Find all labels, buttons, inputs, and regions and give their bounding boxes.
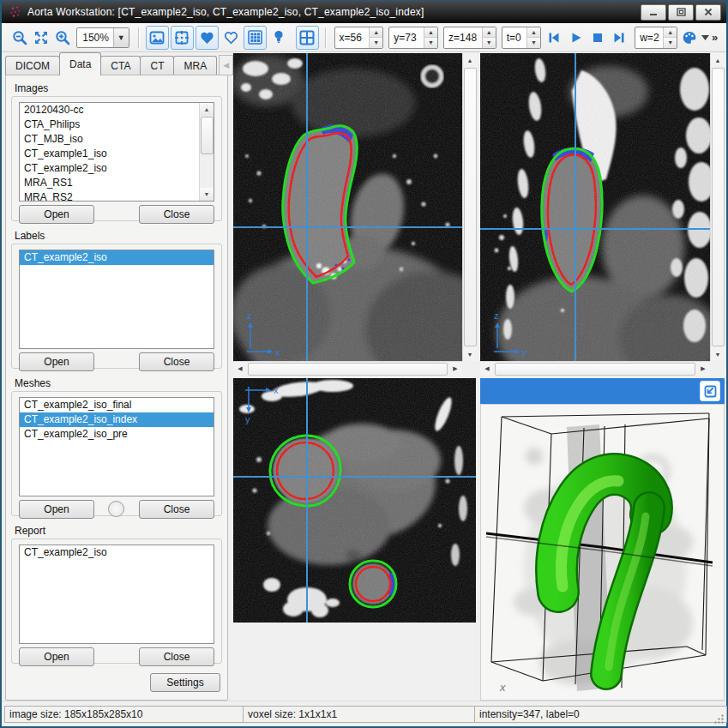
view3d-viewport[interactable]: x [480, 404, 725, 701]
meshes-list[interactable]: CT_example2_iso_final CT_example2_iso_in… [19, 397, 214, 496]
y-coordinate-spinbox[interactable]: y=73 ▲▼ [388, 27, 438, 49]
maximize-button[interactable] [668, 4, 694, 21]
resize-grip[interactable] [713, 713, 725, 725]
palette-dropdown-caret-icon [701, 35, 709, 40]
scroll-up-icon[interactable]: ▲ [711, 53, 725, 67]
play-button[interactable] [566, 27, 586, 48]
x-up-arrow[interactable]: ▲ [370, 27, 382, 39]
list-item[interactable]: CT_example2_iso_pre [20, 427, 214, 442]
tab-scroll-left-icon[interactable]: ◀ [220, 56, 232, 75]
scroll-up-icon[interactable]: ▲ [200, 103, 214, 116]
crosshair-toggle-button[interactable] [171, 26, 194, 50]
z-up-arrow[interactable]: ▲ [483, 27, 496, 39]
coronal-viewport[interactable]: z x [233, 53, 462, 361]
grid-2x2-icon [299, 30, 315, 45]
close-button[interactable] [695, 4, 721, 21]
w-down-arrow[interactable]: ▼ [664, 38, 677, 48]
list-item[interactable]: MRA_RS1 [20, 176, 214, 190]
list-item[interactable]: CTA_Philips [20, 117, 214, 132]
t-coordinate-spinbox[interactable]: t=0 ▲▼ [502, 27, 541, 49]
tab-data[interactable]: Data [59, 52, 101, 75]
mesh-overlay-toggle-button[interactable] [220, 27, 242, 49]
scrollbar-thumb[interactable] [464, 68, 477, 346]
tab-ct[interactable]: CT [140, 56, 174, 75]
report-list[interactable]: CT_example2_iso [19, 544, 214, 644]
w-up-arrow[interactable]: ▲ [664, 27, 677, 39]
stop-icon [591, 31, 605, 45]
meshes-open-button[interactable]: Open [19, 500, 94, 519]
list-item[interactable]: MRA_RS2 [20, 190, 214, 202]
labels-list[interactable]: CT_example2_iso [19, 250, 214, 349]
label-overlay-toggle-button[interactable] [196, 26, 219, 50]
x-coordinate-spinbox[interactable]: x=56 ▲▼ [334, 27, 384, 49]
scroll-right-icon[interactable]: ▶ [448, 362, 462, 376]
viewport-layout-button[interactable] [296, 26, 319, 50]
scroll-right-icon[interactable]: ▶ [696, 362, 710, 376]
t-down-arrow[interactable]: ▼ [527, 38, 540, 48]
list-item[interactable]: CT_MJB_iso [20, 132, 214, 147]
list-item[interactable]: CT_example2_iso [20, 545, 214, 560]
y-up-arrow[interactable]: ▲ [424, 27, 437, 39]
labels-close-button[interactable]: Close [139, 352, 214, 371]
settings-button[interactable]: Settings [150, 673, 220, 692]
scrollbar-thumb[interactable] [712, 68, 725, 346]
scroll-down-icon[interactable]: ▼ [200, 188, 214, 201]
meshes-close-button[interactable]: Close [139, 500, 214, 519]
sagittal-viewport[interactable]: z y [480, 53, 710, 361]
zoom-level-dropdown-button[interactable]: ▼ [113, 28, 129, 47]
title-bar[interactable]: Aorta Workstation: [CT_example2_iso, CT_… [2, 1, 726, 23]
scroll-left-icon[interactable]: ◀ [233, 362, 247, 376]
tab-cta[interactable]: CTA [100, 56, 141, 75]
tab-dicom[interactable]: DICOM [5, 56, 60, 75]
z-down-arrow[interactable]: ▼ [483, 38, 496, 48]
images-close-button[interactable]: Close [139, 205, 214, 224]
scrollbar-thumb[interactable] [248, 363, 448, 376]
sagittal-vertical-scrollbar[interactable]: ▲ ▼ [710, 53, 725, 361]
palette-button[interactable] [681, 27, 711, 48]
images-open-button[interactable]: Open [19, 205, 94, 224]
toolbar-overflow-button[interactable]: » [712, 31, 718, 44]
report-close-button[interactable]: Close [139, 647, 214, 666]
grid-layout-button[interactable] [244, 26, 267, 50]
list-item-selected[interactable]: CT_example2_iso [20, 250, 214, 265]
list-item[interactable]: CT_example2_iso [20, 161, 214, 176]
toolbar-separator [138, 27, 140, 48]
axial-viewport[interactable]: x y [233, 378, 476, 623]
mesh-color-indicator[interactable] [108, 501, 124, 517]
z-coordinate-spinbox[interactable]: z=148 ▲▼ [443, 27, 496, 49]
tab-mra[interactable]: MRA [173, 56, 217, 75]
x-down-arrow[interactable]: ▼ [370, 38, 382, 48]
sagittal-horizontal-scrollbar[interactable]: ◀ ▶ [480, 361, 710, 376]
list-item[interactable]: CT_example2_iso_final [20, 398, 214, 412]
list-item-selected[interactable]: CT_example2_iso_index [20, 412, 214, 427]
scroll-left-icon[interactable]: ◀ [480, 362, 494, 376]
list-item[interactable]: CT_example1_iso [20, 147, 214, 161]
minimize-button[interactable] [641, 4, 666, 21]
scrollbar-thumb[interactable] [201, 117, 214, 154]
y-coordinate-value: y=73 [389, 27, 424, 48]
skip-start-button[interactable] [544, 27, 564, 48]
stop-button[interactable] [587, 27, 607, 48]
coronal-horizontal-scrollbar[interactable]: ◀ ▶ [233, 361, 462, 376]
report-open-button[interactable]: Open [19, 647, 94, 666]
scrollbar-thumb[interactable] [495, 363, 695, 376]
scroll-down-icon[interactable]: ▼ [711, 347, 725, 361]
zoom-in-button[interactable] [52, 27, 72, 48]
labels-open-button[interactable]: Open [19, 352, 94, 371]
zoom-level-combobox[interactable]: 150% ▼ [76, 27, 129, 48]
images-list-scrollbar[interactable]: ▲ ▼ [199, 103, 214, 201]
list-item[interactable]: 20120430-cc [20, 103, 214, 117]
images-list[interactable]: 20120430-cc CTA_Philips CT_MJB_iso CT_ex… [19, 102, 214, 202]
t-up-arrow[interactable]: ▲ [527, 27, 540, 39]
fit-view-button[interactable] [31, 27, 51, 48]
show-image-button[interactable] [146, 26, 169, 50]
skip-end-button[interactable] [609, 27, 629, 48]
zoom-out-button[interactable] [9, 27, 29, 48]
scroll-up-icon[interactable]: ▲ [463, 53, 477, 67]
undock-view-button[interactable] [700, 381, 720, 401]
coronal-vertical-scrollbar[interactable]: ▲ ▼ [462, 53, 478, 361]
lightbulb-button[interactable] [268, 27, 290, 49]
scroll-down-icon[interactable]: ▼ [463, 347, 477, 361]
window-width-spinbox[interactable]: w=2 ▲▼ [635, 27, 677, 49]
y-down-arrow[interactable]: ▼ [424, 38, 437, 48]
